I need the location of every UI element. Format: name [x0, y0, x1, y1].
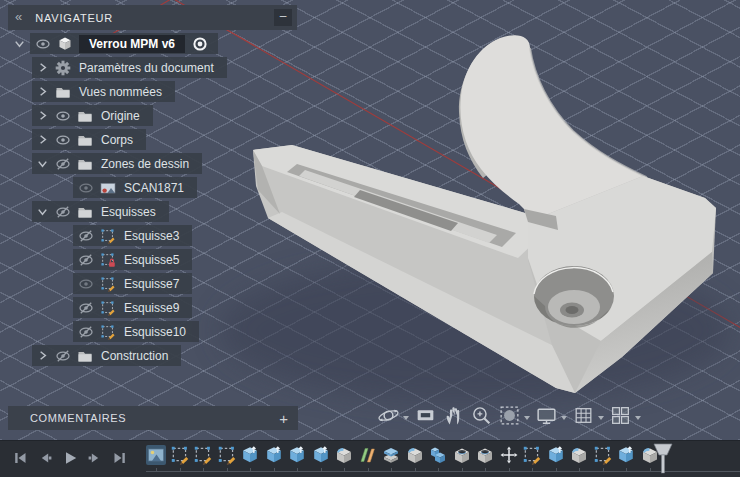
timeline-feature-fillet[interactable] — [334, 445, 354, 465]
timeline-feature-canvas[interactable] — [146, 445, 166, 465]
tree-row-esquisse5[interactable]: Esquisse5 — [73, 249, 297, 270]
look-at-button[interactable] — [414, 404, 437, 431]
tree-row-strip[interactable]: Esquisse7 — [73, 273, 192, 294]
skip-start-button[interactable] — [8, 446, 31, 469]
dropdown-caret-icon[interactable] — [561, 416, 567, 420]
eye-hidden-icon[interactable] — [76, 252, 95, 268]
chevron-right-icon[interactable] — [35, 348, 50, 363]
eye-hidden-icon[interactable] — [76, 228, 95, 244]
tree-row-origine[interactable]: Origine — [32, 105, 297, 126]
tree-row-strip[interactable]: Esquisse9 — [73, 297, 192, 318]
timeline-feature-combine[interactable] — [428, 445, 448, 465]
tree-row-label[interactable]: Construction — [97, 349, 172, 363]
timeline-position-marker[interactable] — [651, 443, 677, 476]
chevron-down-icon[interactable] — [12, 36, 27, 51]
tree-row-label[interactable]: Esquisse5 — [120, 253, 183, 267]
timeline-feature-hole[interactable] — [475, 445, 495, 465]
tree-row-strip[interactable]: Construction — [32, 345, 181, 366]
eye-hidden-icon[interactable] — [76, 300, 95, 316]
tree-row-strip[interactable]: Esquisse5 — [73, 249, 192, 270]
tree-row-vues-nomm-es[interactable]: Vues nommées — [32, 81, 297, 102]
viewports-button[interactable] — [609, 404, 641, 431]
zoom-button[interactable] — [470, 404, 493, 431]
dropdown-caret-icon[interactable] — [635, 416, 641, 420]
collapse-panel-icon[interactable]: « — [15, 9, 22, 24]
chevron-right-icon[interactable] — [35, 108, 50, 123]
grid-settings-button[interactable] — [572, 404, 604, 431]
dropdown-caret-icon[interactable] — [524, 416, 530, 420]
tree-row-label[interactable]: SCAN1871 — [120, 181, 188, 195]
tree-row-strip[interactable]: Corps — [32, 129, 146, 150]
tree-row-param-tres-du-document[interactable]: Paramètres du document — [32, 57, 297, 78]
dropdown-caret-icon[interactable] — [403, 416, 409, 420]
timeline-feature-extrude[interactable] — [546, 445, 566, 465]
navigator-header[interactable]: « NAVIGATEUR – — [8, 5, 297, 30]
timeline-feature-fillet[interactable] — [569, 445, 589, 465]
tree-row-label[interactable]: Verrou MPM v6 — [79, 35, 185, 53]
eye-visible-icon[interactable] — [53, 108, 72, 124]
add-comment-button[interactable]: + — [279, 410, 288, 427]
eye-hidden-icon[interactable] — [53, 348, 72, 364]
tree-row-scan1871[interactable]: SCAN1871 — [73, 177, 297, 198]
chevron-down-icon[interactable] — [35, 156, 50, 171]
eye-visible-icon[interactable] — [33, 36, 52, 52]
chevron-right-icon[interactable] — [35, 132, 50, 147]
tree-row-strip[interactable]: Paramètres du document — [32, 57, 227, 78]
pan-button[interactable] — [442, 404, 465, 431]
tree-row-strip[interactable]: Esquisse10 — [73, 321, 199, 342]
timeline-feature-extrude[interactable] — [240, 445, 260, 465]
tree-row-label[interactable]: Esquisse10 — [120, 325, 190, 339]
timeline-feature-extrude[interactable] — [287, 445, 307, 465]
timeline-feature-extrude[interactable] — [616, 445, 636, 465]
tree-row-construction[interactable]: Construction — [32, 345, 297, 366]
tree-row-strip[interactable]: Vues nommées — [32, 81, 175, 102]
eye-hidden-icon[interactable] — [53, 204, 72, 220]
chevron-right-icon[interactable] — [35, 84, 50, 99]
timeline-feature-sketch[interactable] — [170, 445, 190, 465]
timeline-feature-extrude[interactable] — [264, 445, 284, 465]
tree-row-label[interactable]: Vues nommées — [75, 85, 166, 99]
timeline-feature-sketch[interactable] — [217, 445, 237, 465]
tree-row-strip[interactable]: Zones de dessin — [32, 153, 202, 174]
tree-row-verrou-mpm-v6[interactable]: Verrou MPM v6 — [12, 33, 297, 54]
tree-row-strip[interactable]: Esquisse3 — [73, 225, 192, 246]
timeline-feature-split[interactable] — [381, 445, 401, 465]
tree-row-esquisse7[interactable]: Esquisse7 — [73, 273, 297, 294]
tree-row-esquisse9[interactable]: Esquisse9 — [73, 297, 297, 318]
tree-row-label[interactable]: Corps — [97, 133, 137, 147]
eye-visible-icon[interactable] — [76, 276, 95, 292]
tree-row-strip[interactable]: Esquisses — [32, 201, 169, 222]
tree-row-label[interactable]: Esquisse9 — [120, 301, 183, 315]
step-forward-button[interactable] — [83, 446, 106, 469]
tree-row-label[interactable]: Esquisses — [97, 205, 160, 219]
eye-visible-icon[interactable] — [76, 180, 95, 196]
tree-row-esquisse10[interactable]: Esquisse10 — [73, 321, 297, 342]
timeline-feature-sketch[interactable] — [593, 445, 613, 465]
timeline-feature-hole[interactable] — [452, 445, 472, 465]
skip-end-button[interactable] — [108, 446, 131, 469]
tree-row-label[interactable]: Paramètres du document — [75, 61, 218, 75]
chevron-down-icon[interactable] — [35, 204, 50, 219]
timeline-feature-sketch[interactable] — [193, 445, 213, 465]
timeline-feature-extrude[interactable] — [311, 445, 331, 465]
comments-panel[interactable]: COMMENTAIRES + — [8, 406, 298, 430]
fit-button[interactable] — [498, 404, 530, 431]
display-settings-button[interactable] — [535, 404, 567, 431]
tree-row-strip[interactable]: SCAN1871 — [73, 177, 197, 198]
tree-row-label[interactable]: Zones de dessin — [97, 157, 193, 171]
tree-row-strip[interactable]: Origine — [32, 105, 153, 126]
eye-hidden-icon[interactable] — [76, 324, 95, 340]
dropdown-caret-icon[interactable] — [598, 416, 604, 420]
play-button[interactable] — [58, 446, 81, 469]
minimize-panel-button[interactable]: – — [274, 9, 292, 26]
tree-row-esquisse3[interactable]: Esquisse3 — [73, 225, 297, 246]
eye-hidden-icon[interactable] — [53, 156, 72, 172]
tree-row-strip[interactable]: Verrou MPM v6 — [30, 33, 218, 54]
activate-component-radio[interactable] — [190, 36, 209, 52]
chevron-right-icon[interactable] — [35, 60, 50, 75]
timeline-feature-plane[interactable] — [358, 445, 378, 465]
eye-visible-icon[interactable] — [53, 132, 72, 148]
step-back-button[interactable] — [33, 446, 56, 469]
timeline-feature-move[interactable] — [499, 445, 519, 465]
tree-row-label[interactable]: Esquisse3 — [120, 229, 183, 243]
